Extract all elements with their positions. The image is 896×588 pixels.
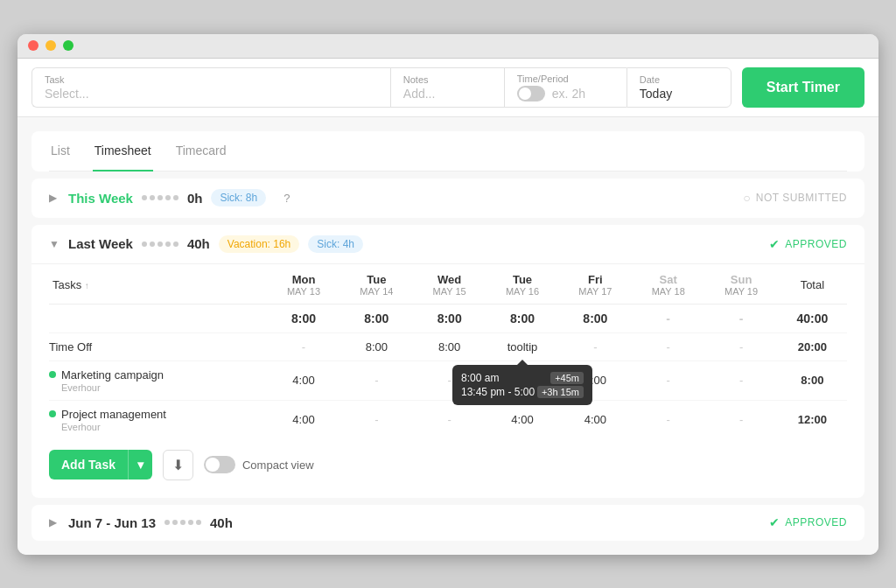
jun-dots	[164, 520, 201, 525]
close-button[interactable]	[28, 40, 38, 51]
this-week-info-icon[interactable]: ?	[275, 189, 298, 207]
compact-view-toggle: Compact view	[204, 456, 314, 473]
marketing-tue16: -	[486, 360, 558, 400]
approved-check-icon: ✔	[769, 237, 780, 251]
jun-section[interactable]: ▶ Jun 7 - Jun 13 40h ✔ APPROVED	[32, 505, 864, 541]
tab-list[interactable]: List	[49, 131, 72, 172]
last-week-header[interactable]: ▼ Last Week 40h Vacation: 16h Sick: 4h ✔…	[32, 225, 864, 264]
this-week-panel: ▶ This Week 0h Sick: 8h ? ○ NOT SUBMITTE…	[32, 178, 864, 218]
jun-status-text: APPROVED	[785, 516, 847, 528]
project-sat: -	[632, 400, 704, 439]
tabs-panel: List Timesheet Timecard	[32, 131, 864, 172]
grid-table: Tasks ↑ Mon MAY 13 Tue MAY 14	[49, 264, 847, 439]
marketing-tue14: -	[340, 360, 413, 400]
add-task-button[interactable]: Add Task ▾	[49, 450, 152, 480]
col-wed: Wed MAY 15	[413, 264, 486, 304]
date-field[interactable]: Date Today	[626, 67, 732, 108]
project-mon[interactable]: 4:00	[267, 400, 340, 439]
maximize-button[interactable]	[63, 40, 74, 51]
task-dot-icon	[49, 410, 56, 417]
project-wed: -	[413, 400, 486, 439]
timeperiod-label: Time/Period	[517, 74, 614, 84]
tab-timesheet[interactable]: Timesheet	[93, 131, 153, 172]
timeoff-sat: -	[632, 332, 704, 360]
tasks-col-header: Tasks ↑	[49, 264, 267, 304]
project-fri[interactable]: 4:00	[559, 400, 632, 439]
col-mon: Mon MAY 13	[267, 264, 340, 304]
total-wed: 8:00	[413, 304, 486, 332]
this-week-sick-badge: Sick: 8h	[211, 189, 266, 206]
marketing-mon[interactable]: 4:00	[267, 360, 340, 400]
jun-title: Jun 7 - Jun 13	[68, 515, 156, 530]
project-tue14: -	[340, 400, 413, 439]
this-week-chevron: ▶	[49, 192, 60, 204]
last-week-dots	[142, 242, 178, 247]
col-tue16: Tue MAY 16	[486, 264, 558, 304]
last-week-status: ✔ APPROVED	[769, 237, 847, 251]
last-week-panel: ▼ Last Week 40h Vacation: 16h Sick: 4h ✔…	[32, 225, 864, 498]
total-mon: 8:00	[267, 304, 340, 332]
add-task-arrow-icon[interactable]: ▾	[128, 450, 152, 480]
total-fri: 8:00	[559, 304, 632, 332]
col-tue14: Tue MAY 14	[340, 264, 413, 304]
last-week-sick-badge: Sick: 4h	[308, 235, 363, 253]
table-row: 8:00 8:00 8:00 8:00 8:00 - - 40:00	[49, 304, 847, 332]
tab-timecard[interactable]: Timecard	[174, 131, 228, 172]
timeoff-wed: 8:00	[413, 332, 486, 360]
notes-field[interactable]: Notes Add...	[390, 67, 504, 108]
this-week-status: ○ NOT SUBMITTED	[743, 191, 847, 205]
timeoff-total: 20:00	[778, 332, 847, 360]
main-content: List Timesheet Timecard ▶ This Week	[18, 117, 878, 555]
jun-status: ✔ APPROVED	[769, 515, 847, 529]
this-week-title: This Week	[68, 191, 133, 206]
project-total: 12:00	[778, 400, 847, 439]
timeoff-task: Time Off	[49, 332, 267, 360]
table-row: Marketing campaign Everhour 4:00 - - - 4…	[49, 360, 847, 400]
notes-label: Notes	[403, 74, 492, 85]
compact-switch[interactable]	[204, 456, 235, 473]
minimize-button[interactable]	[46, 40, 56, 51]
timeoff-fri: -	[559, 332, 632, 360]
start-timer-button[interactable]: Start Timer	[742, 67, 864, 108]
total-tue16: 8:00	[486, 304, 558, 332]
col-fri: Fri MAY 17	[559, 264, 632, 304]
timeperiod-toggle[interactable]	[517, 86, 545, 102]
this-week-hours: 0h	[187, 191, 203, 206]
download-icon: ⬇	[172, 458, 184, 472]
table-row: Project management Everhour 4:00 - - 4:0…	[49, 400, 847, 439]
last-week-hours: 40h	[187, 236, 210, 251]
tabs-container: List Timesheet Timecard	[49, 131, 847, 172]
jun-chevron: ▶	[49, 516, 60, 528]
timeoff-mon: -	[267, 332, 340, 360]
timeoff-tue14: 8:00	[340, 332, 413, 360]
timeoff-tue16: tooltip 8:00 am +45m 13:45 pm - 5:00 +3h…	[486, 332, 558, 360]
this-week-dots	[142, 195, 178, 200]
col-sun: Sun MAY 19	[704, 264, 777, 304]
notes-value: Add...	[403, 87, 492, 101]
total-total: 40:00	[778, 304, 847, 332]
timeperiod-value: ex. 2h	[552, 87, 585, 101]
bottom-bar: Add Task ▾ ⬇ Compact view	[49, 439, 847, 484]
marketing-fri[interactable]: 4:00	[559, 360, 632, 400]
timeperiod-field[interactable]: Time/Period ex. 2h	[504, 67, 626, 108]
jun-approved-icon: ✔	[769, 515, 780, 529]
download-button[interactable]: ⬇	[163, 450, 193, 480]
marketing-sat: -	[632, 360, 704, 400]
project-task: Project management Everhour	[49, 400, 267, 439]
project-tue16[interactable]: 4:00	[486, 400, 558, 439]
app-window: Task Select... Notes Add... Time/Period …	[18, 34, 878, 555]
task-label: Task	[45, 74, 378, 85]
col-total: Total	[778, 264, 847, 304]
marketing-sun: -	[704, 360, 777, 400]
last-week-vacation-badge: Vacation: 16h	[219, 235, 300, 253]
task-dot-icon	[49, 371, 56, 378]
titlebar	[18, 34, 878, 59]
tasks-sort-icon[interactable]: ↑	[85, 281, 89, 290]
total-row-task	[49, 304, 267, 332]
total-tue14: 8:00	[340, 304, 413, 332]
task-field[interactable]: Task Select...	[32, 67, 390, 108]
this-week-header[interactable]: ▶ This Week 0h Sick: 8h ? ○ NOT SUBMITTE…	[32, 178, 864, 218]
last-week-chevron: ▼	[49, 238, 60, 250]
timer-bar: Task Select... Notes Add... Time/Period …	[18, 59, 878, 117]
total-sun: -	[704, 304, 777, 332]
